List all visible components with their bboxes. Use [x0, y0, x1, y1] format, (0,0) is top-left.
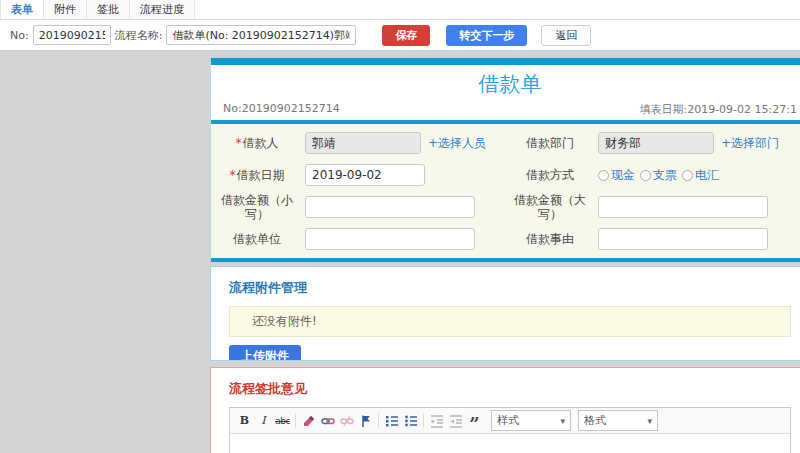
anchor-flag-icon[interactable]	[356, 411, 375, 430]
radio-cheque[interactable]: 支票	[640, 167, 677, 184]
loan-date-label: *借款日期	[217, 168, 297, 182]
outdent-icon[interactable]	[427, 411, 446, 430]
unlink-icon[interactable]	[337, 411, 356, 430]
loan-date-input[interactable]	[305, 164, 425, 186]
chevron-down-icon: ▾	[647, 416, 652, 426]
loan-reason-input[interactable]	[598, 228, 768, 250]
top-bar: 表单 附件 签批 流程进度 No: 流程名称: 保存 转交下一步 返回	[0, 0, 800, 51]
field-borrower: *借款人 +选择人员	[217, 128, 510, 158]
link-icon[interactable]	[318, 411, 337, 430]
indent-icon[interactable]	[446, 411, 465, 430]
italic-icon[interactable]: I	[254, 411, 273, 430]
approval-editor-body[interactable]	[230, 434, 790, 453]
field-amount-uppercase: 借款金额（大写）	[510, 192, 800, 222]
no-attachments-message: 还没有附件!	[229, 306, 791, 337]
back-button[interactable]: 返回	[541, 25, 591, 46]
save-button[interactable]: 保存	[382, 25, 430, 46]
toolbar-separator	[378, 413, 379, 428]
tab-process-progress[interactable]: 流程进度	[130, 0, 195, 19]
department-label: 借款部门	[510, 136, 590, 150]
format-dropdown[interactable]: 格式 ▾	[578, 410, 658, 431]
process-name-input[interactable]	[166, 25, 356, 45]
approval-panel: 流程签批意见 B I abc	[210, 367, 800, 453]
form-area: *借款人 +选择人员 借款部门 +选择部门 *借款日期	[211, 124, 800, 258]
select-department-link[interactable]: +选择部门	[721, 135, 779, 152]
amount-uppercase-input[interactable]	[598, 196, 768, 218]
tab-sign-approve[interactable]: 签批	[87, 0, 130, 19]
field-amount-lowercase: 借款金额（小写）	[217, 192, 510, 222]
ordered-list-icon[interactable]	[382, 411, 401, 430]
styles-dropdown[interactable]: 样式 ▾	[491, 410, 571, 431]
format-dropdown-label: 格式	[584, 413, 606, 428]
amount-lowercase-input[interactable]	[305, 196, 475, 218]
toolbar-separator	[295, 413, 296, 428]
styles-dropdown-label: 样式	[497, 413, 519, 428]
attachments-panel: 流程附件管理 还没有附件! 上传附件	[210, 266, 800, 361]
borrower-label: *借款人	[217, 136, 297, 150]
form-no-text: No:20190902152714	[223, 102, 340, 118]
rich-text-editor: B I abc	[229, 407, 791, 453]
form-date-text: 填表日期:2019-09-02 15:27:1	[639, 102, 797, 118]
field-loan-date: *借款日期	[217, 160, 510, 190]
radio-circle-icon	[640, 170, 651, 181]
loan-unit-input[interactable]	[305, 228, 475, 250]
bold-icon[interactable]: B	[235, 411, 254, 430]
top-divider	[211, 58, 800, 65]
tab-form[interactable]: 表单	[0, 0, 44, 19]
amount-uppercase-label: 借款金额（大写）	[510, 193, 590, 221]
tab-bar: 表单 附件 签批 流程进度	[0, 0, 800, 20]
loan-form-panel: 借款单 No:20190902152714 填表日期:2019-09-02 15…	[210, 57, 800, 263]
loan-method-label: 借款方式	[510, 168, 590, 182]
radio-circle-icon	[682, 170, 693, 181]
command-bar: No: 流程名称: 保存 转交下一步 返回	[0, 20, 800, 51]
attachments-title: 流程附件管理	[229, 279, 800, 297]
form-title: 借款单	[211, 65, 800, 102]
no-label: No:	[10, 29, 29, 42]
editor-toolbar: B I abc	[230, 408, 790, 434]
no-input[interactable]	[33, 25, 111, 45]
field-loan-method: 借款方式 现金 支票 电汇	[510, 160, 800, 190]
amount-lowercase-label: 借款金额（小写）	[217, 193, 297, 221]
upload-attachment-button[interactable]: 上传附件	[229, 345, 301, 361]
radio-wire-transfer[interactable]: 电汇	[682, 167, 719, 184]
chevron-down-icon: ▾	[560, 416, 565, 426]
field-department: 借款部门 +选择部门	[510, 128, 800, 158]
blockquote-icon[interactable]: ”	[465, 407, 484, 434]
approval-title: 流程签批意见	[229, 380, 800, 398]
loan-reason-label: 借款事由	[510, 232, 590, 246]
toolbar-separator	[423, 413, 424, 428]
field-loan-reason: 借款事由	[510, 224, 800, 254]
bottom-divider	[211, 258, 800, 262]
radio-circle-icon	[598, 170, 609, 181]
strikethrough-icon[interactable]: abc	[273, 411, 292, 430]
radio-cash[interactable]: 现金	[598, 167, 635, 184]
field-loan-unit: 借款单位	[217, 224, 510, 254]
next-step-button[interactable]: 转交下一步	[446, 25, 527, 46]
form-meta: No:20190902152714 填表日期:2019-09-02 15:27:…	[211, 102, 800, 120]
bullet-list-icon[interactable]	[401, 411, 420, 430]
department-input[interactable]	[598, 132, 714, 154]
remove-format-icon[interactable]	[299, 411, 318, 430]
borrower-input[interactable]	[305, 132, 421, 154]
loan-unit-label: 借款单位	[217, 232, 297, 246]
tab-attachments[interactable]: 附件	[44, 0, 87, 19]
process-name-label: 流程名称:	[115, 28, 163, 43]
select-person-link[interactable]: +选择人员	[428, 135, 486, 152]
